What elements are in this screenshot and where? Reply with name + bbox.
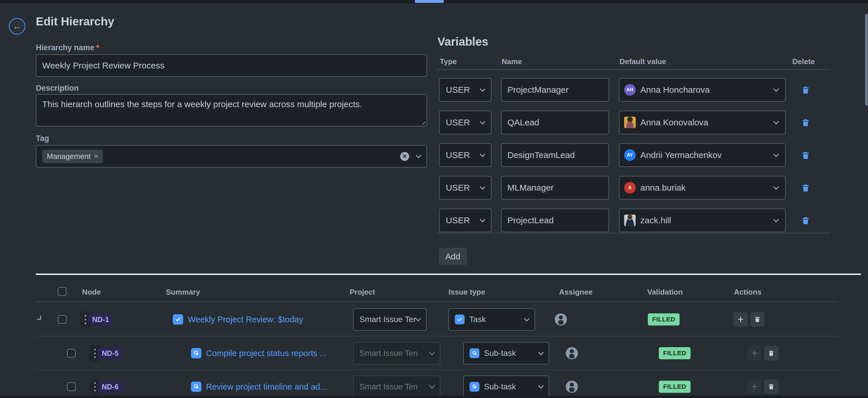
variable-row: USER AY Andrii Yermachenkov xyxy=(0,143,868,167)
node-id-badge: ND-1 xyxy=(88,313,113,326)
user-avatar-photo xyxy=(624,214,636,226)
project-select-disabled: Smart Issue Ten xyxy=(353,375,440,398)
subtask-icon xyxy=(191,348,202,358)
delete-variable-icon[interactable] xyxy=(801,215,810,226)
summary-link[interactable]: Review project timeline and ad... xyxy=(206,382,327,392)
table-header-issue-type: Issue type xyxy=(448,288,485,297)
plus-icon: + xyxy=(751,348,757,358)
table-row: ND-6 Review project timeline and ad... S… xyxy=(0,370,868,398)
subtask-icon xyxy=(469,382,479,392)
summary-link[interactable]: Weekly Project Review: $today xyxy=(188,315,303,324)
chevron-down-icon xyxy=(773,86,779,92)
chevron-down-icon xyxy=(479,151,486,157)
issue-type-select[interactable]: Sub-task xyxy=(463,375,549,398)
delete-row-button[interactable] xyxy=(764,346,778,360)
user-avatar: AY xyxy=(624,149,636,161)
back-button[interactable]: ← xyxy=(9,18,25,35)
add-child-button-disabled: + xyxy=(747,346,762,360)
variable-type-select[interactable]: USER xyxy=(439,176,492,200)
assignee-avatar-icon[interactable] xyxy=(554,313,567,326)
page-title: Edit Hierarchy xyxy=(36,15,114,28)
user-avatar-photo xyxy=(624,117,636,128)
variable-default-user-select[interactable]: AH Anna Honcharova xyxy=(619,78,786,102)
variable-type-select[interactable]: USER xyxy=(439,111,492,134)
user-avatar: AH xyxy=(624,84,636,96)
chevron-down-icon xyxy=(538,383,544,389)
delete-row-button[interactable] xyxy=(764,379,778,394)
required-asterisk: * xyxy=(96,43,99,52)
row-divider xyxy=(36,336,838,336)
issue-type-select[interactable]: Sub-task xyxy=(463,342,549,364)
vertical-scrollbar-thumb[interactable] xyxy=(865,14,868,106)
variable-name-input[interactable] xyxy=(501,143,609,167)
assignee-avatar-icon[interactable] xyxy=(565,346,579,360)
row-checkbox[interactable] xyxy=(67,349,76,358)
table-header-assignee: Assignee xyxy=(559,288,593,297)
variable-default-user-select[interactable]: zack.hill xyxy=(619,208,786,232)
variable-row: USER zack.hill xyxy=(0,208,868,232)
default-user-name: Anna Honcharova xyxy=(640,85,710,95)
variable-default-user-select[interactable]: AY Andrii Yermachenkov xyxy=(619,143,786,167)
row-checkbox[interactable] xyxy=(67,383,76,391)
variables-header-divider xyxy=(437,69,831,70)
table-header-node: Node xyxy=(82,288,101,297)
edit-hierarchy-page: ← Edit Hierarchy Hierarchy name* Descrip… xyxy=(0,0,868,398)
assignee-avatar-icon[interactable] xyxy=(565,380,579,393)
variable-type-select[interactable]: USER xyxy=(439,208,492,232)
delete-variable-icon[interactable] xyxy=(801,85,810,95)
issue-type-select[interactable]: Task xyxy=(448,308,535,331)
select-all-checkbox[interactable] xyxy=(58,287,66,296)
validation-badge: FILLED xyxy=(659,347,690,359)
variables-header-delete: Delete xyxy=(792,57,815,66)
default-user-name: zack.hill xyxy=(640,215,671,225)
chevron-down-icon xyxy=(773,119,779,125)
chevron-down-icon xyxy=(429,383,435,389)
variable-name-input[interactable] xyxy=(501,208,609,232)
chevron-down-icon xyxy=(773,184,779,190)
variable-name-input[interactable] xyxy=(501,111,609,134)
variable-name-input[interactable] xyxy=(501,78,609,102)
chevron-down-icon xyxy=(524,316,530,322)
variable-name-input[interactable] xyxy=(501,176,609,200)
add-child-button[interactable]: + xyxy=(733,312,748,327)
variable-default-user-select[interactable]: A anna.buriak xyxy=(619,176,786,200)
add-child-button-disabled: + xyxy=(747,379,762,394)
validation-badge: FILLED xyxy=(648,313,680,326)
trash-icon xyxy=(768,350,775,357)
variable-type-select[interactable]: USER xyxy=(439,143,492,167)
trash-icon xyxy=(754,316,761,323)
variables-header-name: Name xyxy=(502,57,522,66)
table-header-actions: Actions xyxy=(734,288,762,297)
hierarchy-name-input[interactable] xyxy=(36,54,427,77)
top-scrollbar-thumb[interactable] xyxy=(415,0,444,3)
delete-variable-icon[interactable] xyxy=(801,183,810,193)
trash-icon xyxy=(768,383,775,391)
chevron-down-icon xyxy=(538,350,544,355)
tag-label: Tag xyxy=(36,134,49,143)
chevron-down-icon xyxy=(479,86,486,92)
default-user-name: Anna Konovalova xyxy=(640,118,708,127)
delete-variable-icon[interactable] xyxy=(801,150,810,161)
table-top-divider xyxy=(36,273,861,275)
delete-variable-icon[interactable] xyxy=(801,118,810,128)
chevron-down-icon xyxy=(429,350,435,355)
plus-icon: + xyxy=(751,382,757,392)
row-checkbox[interactable] xyxy=(58,315,66,324)
variable-type-select[interactable]: USER xyxy=(439,78,492,102)
project-select[interactable]: Smart Issue Ten xyxy=(353,308,427,331)
collapse-row-icon[interactable] xyxy=(37,316,41,320)
table-header-summary: Summary xyxy=(166,288,200,297)
table-row: ND-5 Compile project status reports ... … xyxy=(0,337,868,370)
chevron-down-icon xyxy=(479,217,486,222)
validation-badge: FILLED xyxy=(659,381,690,393)
hierarchy-name-label: Hierarchy name* xyxy=(36,43,99,52)
delete-row-button[interactable] xyxy=(750,312,765,327)
variables-title: Variables xyxy=(437,35,488,48)
add-variable-button[interactable]: Add xyxy=(439,248,467,265)
summary-link[interactable]: Compile project status reports ... xyxy=(206,349,327,358)
subtask-icon xyxy=(469,348,479,358)
task-icon xyxy=(173,314,183,325)
variable-default-user-select[interactable]: Anna Konovalova xyxy=(619,111,786,134)
node-id-badge: ND-5 xyxy=(98,347,122,360)
back-arrow-icon: ← xyxy=(13,22,21,31)
